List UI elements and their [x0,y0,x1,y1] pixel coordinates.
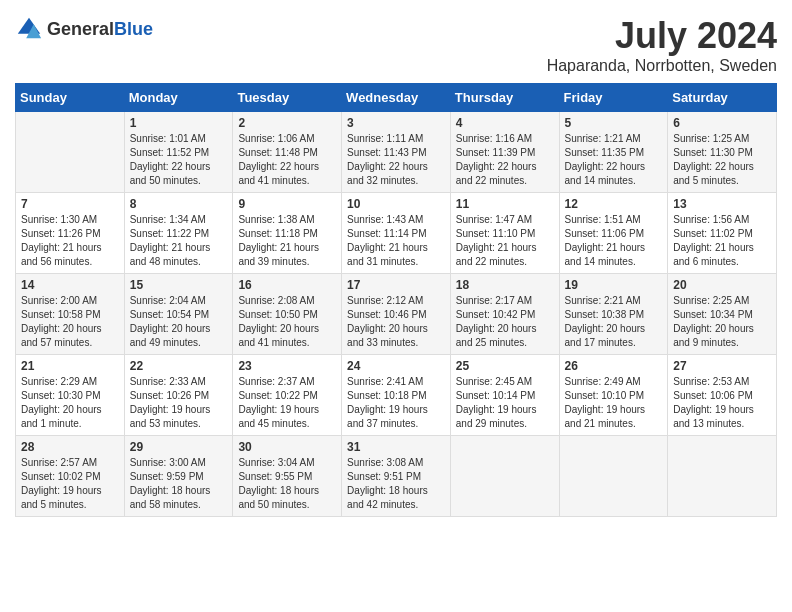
calendar-cell: 27Sunrise: 2:53 AM Sunset: 10:06 PM Dayl… [668,355,777,436]
day-info: Sunrise: 2:25 AM Sunset: 10:34 PM Daylig… [673,294,771,350]
calendar-cell: 31Sunrise: 3:08 AM Sunset: 9:51 PM Dayli… [342,436,451,517]
day-number: 30 [238,440,336,454]
weekday-header: Sunday [16,84,125,112]
day-number: 7 [21,197,119,211]
day-info: Sunrise: 1:47 AM Sunset: 11:10 PM Daylig… [456,213,554,269]
day-info: Sunrise: 1:38 AM Sunset: 11:18 PM Daylig… [238,213,336,269]
calendar-cell: 13Sunrise: 1:56 AM Sunset: 11:02 PM Dayl… [668,193,777,274]
day-info: Sunrise: 3:00 AM Sunset: 9:59 PM Dayligh… [130,456,228,512]
calendar-cell: 1Sunrise: 1:01 AM Sunset: 11:52 PM Dayli… [124,112,233,193]
weekday-header: Tuesday [233,84,342,112]
logo-icon [15,15,43,43]
calendar-cell: 11Sunrise: 1:47 AM Sunset: 11:10 PM Dayl… [450,193,559,274]
weekday-header: Friday [559,84,668,112]
logo: GeneralBlue [15,15,153,43]
calendar-cell: 20Sunrise: 2:25 AM Sunset: 10:34 PM Dayl… [668,274,777,355]
page-header: GeneralBlue July 2024 Haparanda, Norrbot… [15,15,777,75]
calendar-week-row: 7Sunrise: 1:30 AM Sunset: 11:26 PM Dayli… [16,193,777,274]
calendar-cell: 9Sunrise: 1:38 AM Sunset: 11:18 PM Dayli… [233,193,342,274]
day-number: 25 [456,359,554,373]
day-info: Sunrise: 3:08 AM Sunset: 9:51 PM Dayligh… [347,456,445,512]
day-number: 23 [238,359,336,373]
calendar-cell [450,436,559,517]
calendar-week-row: 1Sunrise: 1:01 AM Sunset: 11:52 PM Dayli… [16,112,777,193]
weekday-header: Thursday [450,84,559,112]
day-info: Sunrise: 2:29 AM Sunset: 10:30 PM Daylig… [21,375,119,431]
day-info: Sunrise: 1:51 AM Sunset: 11:06 PM Daylig… [565,213,663,269]
day-number: 3 [347,116,445,130]
day-info: Sunrise: 2:08 AM Sunset: 10:50 PM Daylig… [238,294,336,350]
calendar-cell: 12Sunrise: 1:51 AM Sunset: 11:06 PM Dayl… [559,193,668,274]
day-info: Sunrise: 1:21 AM Sunset: 11:35 PM Daylig… [565,132,663,188]
day-number: 13 [673,197,771,211]
day-info: Sunrise: 1:16 AM Sunset: 11:39 PM Daylig… [456,132,554,188]
calendar-cell: 17Sunrise: 2:12 AM Sunset: 10:46 PM Dayl… [342,274,451,355]
day-number: 15 [130,278,228,292]
calendar-week-row: 14Sunrise: 2:00 AM Sunset: 10:58 PM Dayl… [16,274,777,355]
calendar-cell: 28Sunrise: 2:57 AM Sunset: 10:02 PM Dayl… [16,436,125,517]
calendar-cell: 18Sunrise: 2:17 AM Sunset: 10:42 PM Dayl… [450,274,559,355]
calendar-cell: 3Sunrise: 1:11 AM Sunset: 11:43 PM Dayli… [342,112,451,193]
logo-text-blue: Blue [114,19,153,39]
day-info: Sunrise: 1:43 AM Sunset: 11:14 PM Daylig… [347,213,445,269]
calendar-table: SundayMondayTuesdayWednesdayThursdayFrid… [15,83,777,517]
calendar-cell: 25Sunrise: 2:45 AM Sunset: 10:14 PM Dayl… [450,355,559,436]
calendar-cell: 15Sunrise: 2:04 AM Sunset: 10:54 PM Dayl… [124,274,233,355]
day-info: Sunrise: 1:01 AM Sunset: 11:52 PM Daylig… [130,132,228,188]
day-number: 28 [21,440,119,454]
calendar-header: SundayMondayTuesdayWednesdayThursdayFrid… [16,84,777,112]
day-info: Sunrise: 2:00 AM Sunset: 10:58 PM Daylig… [21,294,119,350]
day-number: 14 [21,278,119,292]
calendar-week-row: 21Sunrise: 2:29 AM Sunset: 10:30 PM Dayl… [16,355,777,436]
weekday-header: Monday [124,84,233,112]
calendar-cell: 5Sunrise: 1:21 AM Sunset: 11:35 PM Dayli… [559,112,668,193]
calendar-cell: 4Sunrise: 1:16 AM Sunset: 11:39 PM Dayli… [450,112,559,193]
calendar-cell: 30Sunrise: 3:04 AM Sunset: 9:55 PM Dayli… [233,436,342,517]
day-number: 2 [238,116,336,130]
day-info: Sunrise: 1:56 AM Sunset: 11:02 PM Daylig… [673,213,771,269]
calendar-cell: 26Sunrise: 2:49 AM Sunset: 10:10 PM Dayl… [559,355,668,436]
calendar-cell [668,436,777,517]
day-number: 29 [130,440,228,454]
day-number: 5 [565,116,663,130]
calendar-cell: 23Sunrise: 2:37 AM Sunset: 10:22 PM Dayl… [233,355,342,436]
day-number: 19 [565,278,663,292]
calendar-cell: 19Sunrise: 2:21 AM Sunset: 10:38 PM Dayl… [559,274,668,355]
day-info: Sunrise: 2:17 AM Sunset: 10:42 PM Daylig… [456,294,554,350]
day-number: 6 [673,116,771,130]
weekday-header-row: SundayMondayTuesdayWednesdayThursdayFrid… [16,84,777,112]
day-info: Sunrise: 2:57 AM Sunset: 10:02 PM Daylig… [21,456,119,512]
day-info: Sunrise: 1:06 AM Sunset: 11:48 PM Daylig… [238,132,336,188]
calendar-cell: 22Sunrise: 2:33 AM Sunset: 10:26 PM Dayl… [124,355,233,436]
location-subtitle: Haparanda, Norrbotten, Sweden [547,57,777,75]
title-section: July 2024 Haparanda, Norrbotten, Sweden [547,15,777,75]
day-info: Sunrise: 2:45 AM Sunset: 10:14 PM Daylig… [456,375,554,431]
day-number: 11 [456,197,554,211]
day-number: 10 [347,197,445,211]
weekday-header: Wednesday [342,84,451,112]
day-number: 12 [565,197,663,211]
calendar-cell: 10Sunrise: 1:43 AM Sunset: 11:14 PM Dayl… [342,193,451,274]
day-info: Sunrise: 3:04 AM Sunset: 9:55 PM Dayligh… [238,456,336,512]
day-number: 20 [673,278,771,292]
day-info: Sunrise: 2:04 AM Sunset: 10:54 PM Daylig… [130,294,228,350]
day-number: 9 [238,197,336,211]
day-number: 17 [347,278,445,292]
calendar-cell [16,112,125,193]
day-number: 18 [456,278,554,292]
day-number: 1 [130,116,228,130]
calendar-week-row: 28Sunrise: 2:57 AM Sunset: 10:02 PM Dayl… [16,436,777,517]
day-info: Sunrise: 1:34 AM Sunset: 11:22 PM Daylig… [130,213,228,269]
day-number: 27 [673,359,771,373]
day-info: Sunrise: 2:53 AM Sunset: 10:06 PM Daylig… [673,375,771,431]
month-year-title: July 2024 [547,15,777,57]
calendar-cell: 21Sunrise: 2:29 AM Sunset: 10:30 PM Dayl… [16,355,125,436]
calendar-cell: 7Sunrise: 1:30 AM Sunset: 11:26 PM Dayli… [16,193,125,274]
calendar-cell [559,436,668,517]
day-number: 16 [238,278,336,292]
day-number: 22 [130,359,228,373]
day-number: 31 [347,440,445,454]
calendar-body: 1Sunrise: 1:01 AM Sunset: 11:52 PM Dayli… [16,112,777,517]
calendar-cell: 2Sunrise: 1:06 AM Sunset: 11:48 PM Dayli… [233,112,342,193]
logo-text-general: General [47,19,114,39]
